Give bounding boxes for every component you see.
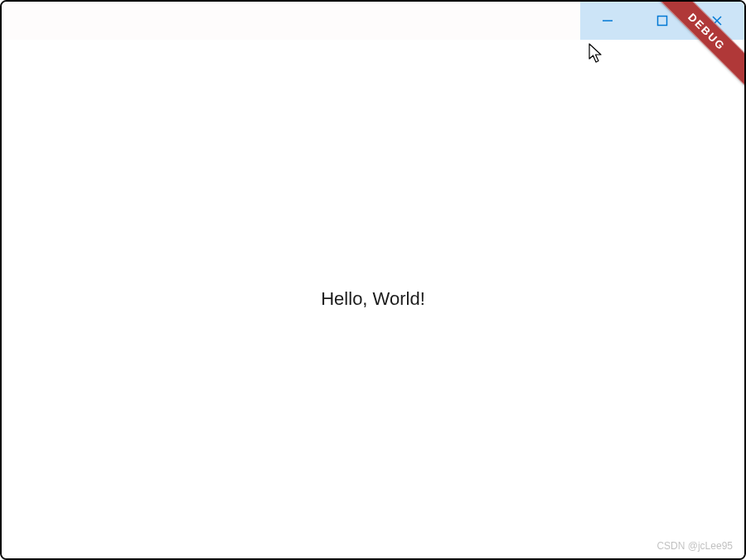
content-area: Hello, World! <box>2 40 744 558</box>
close-icon <box>711 15 723 27</box>
close-button[interactable] <box>690 2 744 40</box>
hello-world-label: Hello, World! <box>321 288 425 310</box>
app-window: Hello, World! DEBUG CSDN @jcLee95 <box>0 0 746 560</box>
svg-rect-1 <box>658 17 667 26</box>
maximize-icon <box>656 15 668 27</box>
watermark-text: CSDN @jcLee95 <box>656 540 733 552</box>
minimize-button[interactable] <box>580 2 635 40</box>
window-controls <box>580 2 744 40</box>
maximize-button[interactable] <box>635 2 690 40</box>
titlebar <box>2 2 744 40</box>
minimize-icon <box>602 15 613 27</box>
